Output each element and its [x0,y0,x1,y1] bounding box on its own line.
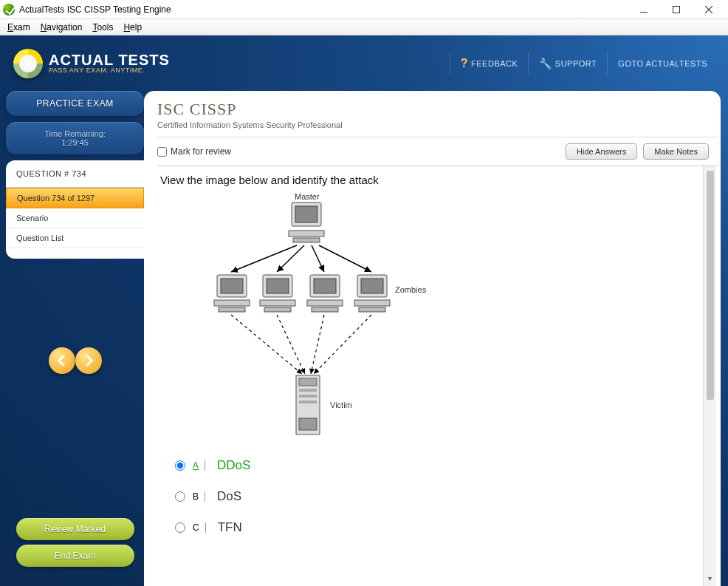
brand-title: ACTUAL TESTS [49,52,170,67]
mark-for-review-checkbox[interactable]: Mark for review [157,146,231,157]
svg-rect-31 [299,378,317,386]
answer-radio-a[interactable] [175,460,185,471]
window-titlebar: ActualTests ISC CISSP Testing Engine [0,0,728,19]
sidebar-nav: Question 734 of 1297 Scenario Question L… [6,188,144,248]
exam-subtitle: Certified Information Systems Security P… [157,120,718,137]
sidebar-item-scenario[interactable]: Scenario [6,208,144,228]
answer-option-a[interactable]: A DDoS [175,458,707,473]
svg-rect-33 [299,395,317,398]
app-header: ACTUAL TESTS PASS ANY EXAM. ANYTIME. ?FE… [0,35,728,91]
question-number-header: QUESTION # 734 [6,160,144,188]
answer-radio-b[interactable] [175,491,185,502]
svg-rect-1 [673,6,680,13]
window-maximize-button[interactable] [660,0,693,19]
header-feedback-link[interactable]: ?FEEDBACK [453,54,526,73]
window-minimize-button[interactable] [628,0,660,19]
answer-radio-c[interactable] [175,522,185,533]
menubar: Exam Navigation Tools Help [0,19,728,35]
time-value: 1:29:45 [10,138,140,147]
svg-rect-0 [640,12,648,13]
scroll-down-icon[interactable]: ▾ [704,574,715,585]
question-body[interactable]: View the image below and identify the at… [157,166,718,586]
mark-checkbox-input[interactable] [157,147,167,157]
answer-option-b[interactable]: B DoS [175,489,707,504]
answer-option-c[interactable]: C TFN [175,520,707,535]
question-toolbar: Mark for review Hide Answers Make Notes [157,137,718,166]
menu-navigation[interactable]: Navigation [41,22,83,33]
svg-line-29 [314,315,371,374]
header-goto-link[interactable]: GOTO ACTUALTESTS [611,56,715,71]
svg-rect-35 [299,418,317,430]
brand-subtitle: PASS ANY EXAM. ANYTIME. [49,67,170,74]
sidebar-item-question[interactable]: Question 734 of 1297 [6,188,144,208]
header-support-link[interactable]: 🔧SUPPORT [532,55,604,72]
time-remaining-pill: Time Remaining: 1:29:45 [6,122,144,154]
svg-line-28 [311,315,324,374]
prev-question-button[interactable] [49,347,75,374]
server-icon [293,374,323,443]
scrollbar[interactable]: ▴ ▾ [703,166,716,586]
menu-tools[interactable]: Tools [92,22,113,33]
content-panel: ISC CISSP Certified Information Systems … [144,91,721,586]
next-question-button[interactable] [75,347,102,374]
hide-answers-button[interactable]: Hide Answers [566,143,637,160]
brand-logo: ACTUAL TESTS PASS ANY EXAM. ANYTIME. [13,49,170,78]
menu-help[interactable]: Help [123,22,142,33]
sidebar: PRACTICE EXAM Time Remaining: 1:29:45 QU… [0,91,144,586]
app-shell: ACTUAL TESTS PASS ANY EXAM. ANYTIME. ?FE… [0,35,728,586]
app-icon [3,4,15,16]
question-icon: ? [461,57,468,70]
end-exam-button[interactable]: End Exam [16,545,134,567]
svg-rect-32 [299,389,317,392]
svg-rect-34 [299,401,317,403]
make-notes-button[interactable]: Make Notes [643,143,709,160]
scrollbar-thumb[interactable] [707,171,714,400]
sidebar-item-questionlist[interactable]: Question List [6,228,144,248]
attack-diagram: Master Zombies Victim [182,192,581,443]
nav-arrows [6,347,144,374]
svg-line-26 [231,315,302,374]
answer-list: A DDoS B DoS C TFN [160,443,707,535]
review-marked-button[interactable]: Review Marked [16,518,134,540]
wrench-icon: 🔧 [539,58,552,69]
practice-exam-pill: PRACTICE EXAM [6,91,144,116]
exam-title: ISC CISSP [157,100,718,119]
brand-ring-icon [13,49,43,78]
question-text: View the image below and identify the at… [160,174,707,186]
window-close-button[interactable] [693,0,725,19]
window-title: ActualTests ISC CISSP Testing Engine [19,4,628,15]
menu-exam[interactable]: Exam [7,22,30,33]
